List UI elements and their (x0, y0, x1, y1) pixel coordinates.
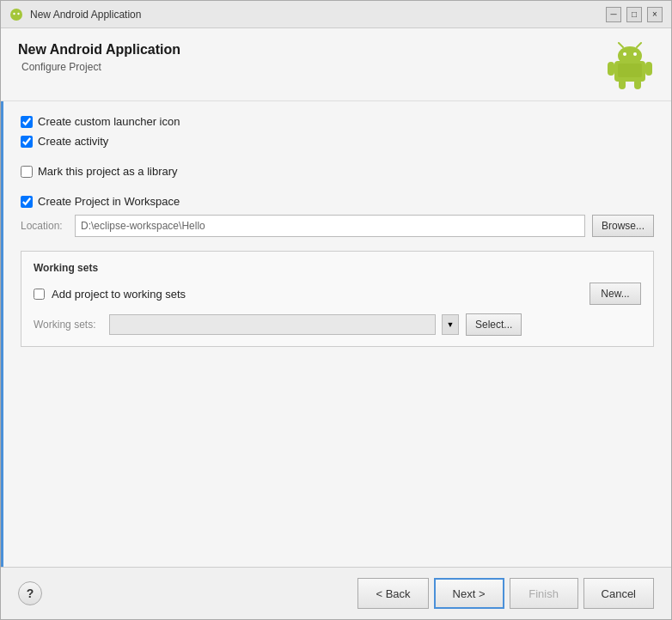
next-button[interactable]: Next > (434, 578, 504, 609)
svg-point-0 (10, 9, 22, 21)
svg-point-6 (633, 52, 637, 56)
svg-point-2 (17, 12, 19, 14)
create-launcher-row: Create custom launcher icon (21, 115, 654, 128)
footer: ? < Back Next > Finish Cancel (1, 567, 671, 619)
title-bar: New Android Application ─ □ × (1, 1, 671, 28)
dialog-subtitle: Configure Project (21, 61, 180, 73)
back-button[interactable]: < Back (357, 578, 428, 609)
svg-line-7 (619, 43, 623, 47)
add-to-sets-row: Add project to working sets (34, 288, 186, 301)
create-workspace-row: Create Project in Workspace (21, 195, 654, 208)
separator-2 (21, 185, 654, 195)
footer-buttons: < Back Next > Finish Cancel (357, 578, 654, 609)
working-sets-title: Working sets (34, 262, 641, 274)
create-activity-checkbox[interactable] (21, 136, 33, 148)
working-sets-input-row: Working sets: ▼ Select... (34, 313, 641, 336)
header-section: New Android Application Configure Projec… (1, 28, 671, 101)
svg-rect-11 (619, 79, 626, 89)
close-button[interactable]: × (647, 7, 663, 22)
svg-point-5 (623, 52, 626, 56)
svg-point-1 (13, 12, 15, 14)
dialog-window: New Android Application ─ □ × New Androi… (0, 0, 672, 620)
minimize-button[interactable]: ─ (606, 7, 621, 22)
maximize-button[interactable]: □ (626, 7, 642, 22)
main-content: Create custom launcher icon Create activ… (1, 101, 671, 567)
create-launcher-checkbox[interactable] (21, 116, 33, 128)
dialog-title: New Android Application (18, 42, 180, 58)
add-to-working-sets-checkbox[interactable] (34, 289, 45, 300)
create-workspace-label[interactable]: Create Project in Workspace (38, 195, 180, 208)
select-working-set-button[interactable]: Select... (466, 313, 522, 336)
working-sets-box: Working sets Add project to working sets… (21, 251, 654, 347)
help-button[interactable]: ? (18, 581, 42, 605)
android-logo (606, 42, 654, 90)
svg-rect-9 (608, 62, 614, 76)
finish-button[interactable]: Finish (510, 578, 578, 609)
location-label: Location: (21, 220, 68, 232)
cancel-button[interactable]: Cancel (583, 578, 654, 609)
working-sets-input (109, 314, 436, 335)
create-activity-row: Create activity (21, 135, 654, 148)
working-sets-label: Working sets: (34, 319, 102, 331)
svg-rect-13 (618, 64, 642, 77)
svg-point-4 (618, 46, 642, 65)
header-text: New Android Application Configure Projec… (18, 42, 180, 73)
location-input[interactable] (75, 215, 585, 237)
mark-library-checkbox[interactable] (21, 166, 33, 178)
create-launcher-label[interactable]: Create custom launcher icon (38, 115, 180, 128)
create-workspace-checkbox[interactable] (21, 196, 33, 208)
add-to-working-sets-label[interactable]: Add project to working sets (52, 288, 186, 301)
working-sets-dropdown: ▼ (442, 314, 459, 335)
svg-rect-10 (645, 62, 652, 76)
create-activity-label[interactable]: Create activity (38, 135, 108, 148)
new-working-set-button[interactable]: New... (590, 283, 641, 305)
footer-left: ? (18, 581, 42, 605)
separator-1 (21, 155, 654, 165)
svg-rect-12 (634, 79, 641, 89)
mark-library-row: Mark this project as a library (21, 165, 654, 178)
mark-library-label[interactable]: Mark this project as a library (38, 165, 178, 178)
svg-line-8 (637, 43, 641, 47)
location-row: Location: Browse... (21, 215, 654, 237)
working-sets-checkbox-row: Add project to working sets New... (34, 283, 641, 305)
title-bar-left: New Android Application (9, 8, 141, 21)
title-bar-icon (9, 8, 23, 21)
browse-button[interactable]: Browse... (592, 215, 654, 237)
title-bar-controls: ─ □ × (606, 7, 663, 22)
title-bar-title: New Android Application (30, 9, 141, 21)
location-section: Location: Browse... (21, 215, 654, 237)
